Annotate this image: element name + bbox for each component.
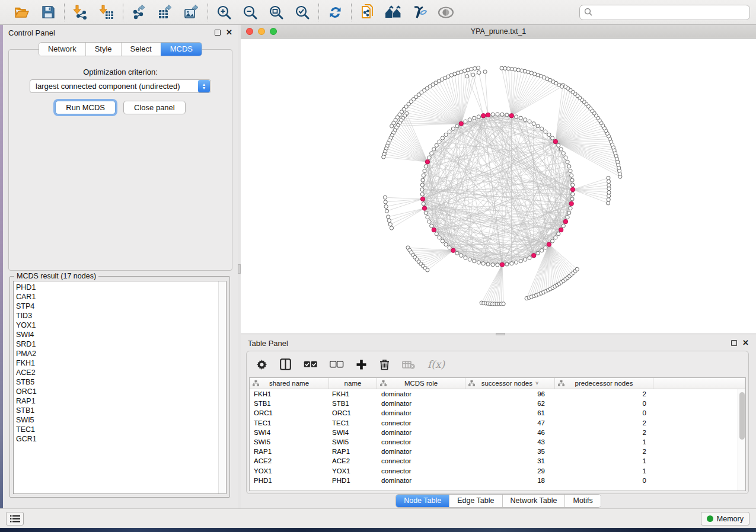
graph-node[interactable] xyxy=(444,133,448,136)
scrollbar-thumb[interactable] xyxy=(739,392,745,440)
graph-node[interactable] xyxy=(519,116,522,120)
search-input[interactable] xyxy=(579,5,750,20)
graph-node[interactable] xyxy=(432,148,436,151)
close-panel-button[interactable]: Close panel xyxy=(123,101,186,114)
graph-node[interactable] xyxy=(566,216,569,219)
graph-node[interactable] xyxy=(544,130,547,133)
table-row[interactable]: SWI5SWI5connector431 xyxy=(250,437,738,447)
graph-node[interactable] xyxy=(448,246,451,249)
tab-style[interactable]: Style xyxy=(85,43,121,56)
graph-leaf-node[interactable] xyxy=(382,155,385,159)
graph-hub-node[interactable] xyxy=(459,121,463,126)
graph-node[interactable] xyxy=(557,232,560,236)
graph-leaf-node[interactable] xyxy=(607,183,611,187)
graph-leaf-node[interactable] xyxy=(502,302,505,306)
graph-node[interactable] xyxy=(424,165,428,168)
graph-node[interactable] xyxy=(455,251,459,255)
export-image-icon[interactable] xyxy=(183,4,200,21)
graph-leaf-node[interactable] xyxy=(575,267,579,271)
graph-hub-node[interactable] xyxy=(559,227,563,232)
memory-button[interactable]: Memory xyxy=(701,512,749,525)
graph-node[interactable] xyxy=(455,124,459,128)
graph-node[interactable] xyxy=(505,262,509,266)
column-header-name[interactable]: name xyxy=(329,378,377,389)
graph-node[interactable] xyxy=(441,239,444,243)
apply-layout-icon[interactable] xyxy=(326,4,344,21)
mcds-result-node[interactable]: CAR1 xyxy=(16,292,216,302)
graph-node[interactable] xyxy=(481,262,485,265)
graph-node[interactable] xyxy=(571,183,575,187)
graph-node[interactable] xyxy=(473,116,476,120)
graph-node[interactable] xyxy=(540,249,544,252)
graph-node[interactable] xyxy=(505,113,509,117)
tab-mcds[interactable]: MCDS xyxy=(161,43,202,56)
apply-function-icon[interactable]: f(x) xyxy=(428,358,445,370)
graph-leaf-node[interactable] xyxy=(607,191,611,194)
save-session-icon[interactable] xyxy=(39,4,57,21)
show-graphics-details-icon[interactable] xyxy=(411,4,429,21)
graph-leaf-node[interactable] xyxy=(471,73,475,76)
graph-node[interactable] xyxy=(473,259,476,263)
graph-node[interactable] xyxy=(420,188,424,191)
graph-hub-node[interactable] xyxy=(509,114,513,118)
close-panel-icon[interactable]: ✕ xyxy=(226,30,232,36)
task-history-button[interactable] xyxy=(6,512,24,525)
network-window-titlebar[interactable]: YPA_prune.txt_1 xyxy=(241,25,756,39)
graph-node[interactable] xyxy=(420,193,424,196)
graph-leaf-node[interactable] xyxy=(607,187,611,190)
table-row[interactable]: PHD1PHD1dominator180 xyxy=(250,476,738,485)
graph-hub-node[interactable] xyxy=(570,187,575,191)
graph-leaf-node[interactable] xyxy=(388,223,392,226)
graph-hub-node[interactable] xyxy=(420,197,425,201)
run-mcds-button[interactable]: Run MCDS xyxy=(55,101,116,114)
graph-node[interactable] xyxy=(435,232,438,236)
delete-column-icon[interactable] xyxy=(379,358,390,370)
network-graph[interactable] xyxy=(241,39,756,333)
table-settings-icon[interactable] xyxy=(256,359,267,370)
graph-leaf-node[interactable] xyxy=(387,215,390,219)
mcds-result-node[interactable]: TID3 xyxy=(16,311,216,321)
graph-node[interactable] xyxy=(423,169,426,172)
table-row[interactable]: TEC1TEC1connector472 xyxy=(250,418,738,428)
graph-hub-node[interactable] xyxy=(486,113,490,117)
graph-node[interactable] xyxy=(496,113,499,116)
zoom-fit-icon[interactable] xyxy=(267,4,285,21)
graph-node[interactable] xyxy=(570,174,573,177)
graph-node[interactable] xyxy=(424,211,428,214)
graph-leaf-node[interactable] xyxy=(483,70,487,73)
table-row[interactable]: YOX1YOX1connector291 xyxy=(250,466,738,476)
graph-leaf-node[interactable] xyxy=(385,209,388,213)
close-panel-icon[interactable]: ✕ xyxy=(742,340,749,346)
graph-node[interactable] xyxy=(540,127,544,130)
graph-leaf-node[interactable] xyxy=(473,66,477,70)
network-canvas[interactable] xyxy=(241,39,756,333)
mcds-result-node[interactable]: PHD1 xyxy=(16,283,216,292)
graph-node[interactable] xyxy=(430,224,433,227)
graph-node[interactable] xyxy=(519,259,522,263)
graph-node[interactable] xyxy=(536,124,540,128)
graph-node[interactable] xyxy=(421,178,425,182)
graph-leaf-node[interactable] xyxy=(465,75,469,78)
graph-hub-node[interactable] xyxy=(425,160,429,164)
graph-node[interactable] xyxy=(550,136,554,140)
delete-table-icon[interactable] xyxy=(402,360,415,369)
graph-hub-node[interactable] xyxy=(569,201,573,206)
export-table-icon[interactable] xyxy=(157,4,174,21)
table-row[interactable]: STB1STB1dominator620 xyxy=(250,399,738,408)
graph-node[interactable] xyxy=(468,118,471,121)
column-header-mcds-role[interactable]: MCDS role xyxy=(377,378,465,389)
graph-node[interactable] xyxy=(468,258,471,261)
column-header-shared-name[interactable]: shared name xyxy=(250,378,329,389)
graph-leaf-node[interactable] xyxy=(466,68,470,72)
graph-node[interactable] xyxy=(464,120,467,123)
add-column-icon[interactable] xyxy=(356,359,367,370)
zoom-out-icon[interactable] xyxy=(241,4,259,21)
deselect-all-icon[interactable] xyxy=(330,361,343,368)
graph-hub-node[interactable] xyxy=(563,219,567,223)
graph-hub-node[interactable] xyxy=(547,242,551,246)
optimization-criterion-select[interactable]: largest connected component (undirected)… xyxy=(30,79,211,93)
graph-leaf-node[interactable] xyxy=(390,226,393,230)
graph-node[interactable] xyxy=(536,251,540,255)
graph-node[interactable] xyxy=(571,193,575,196)
graph-leaf-node[interactable] xyxy=(384,200,387,204)
